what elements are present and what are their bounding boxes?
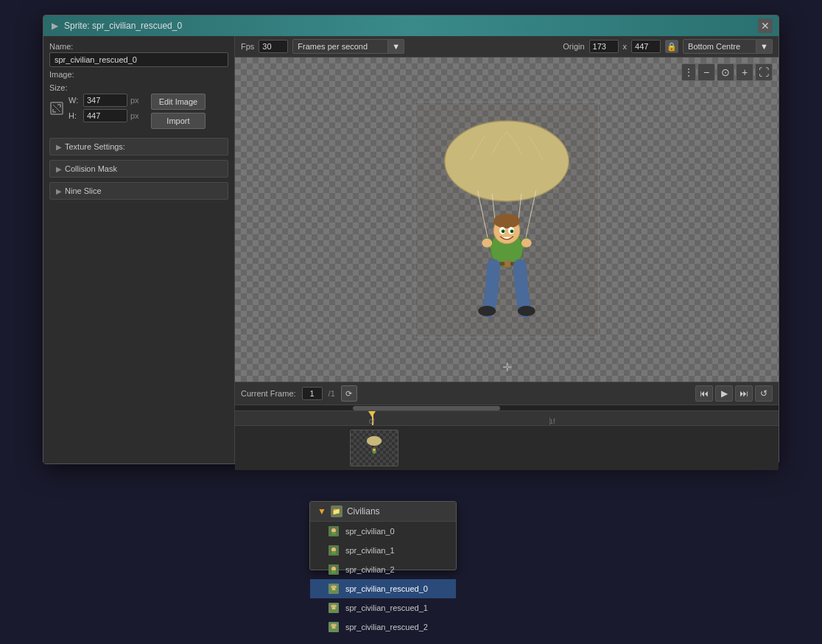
- width-label: W:: [68, 96, 80, 105]
- svg-point-2: [445, 121, 569, 201]
- item-1-label: spr_civilian_1: [345, 546, 395, 555]
- canvas-area: ✛ ⋮ − ⊙ + ⛶: [235, 57, 779, 382]
- dropdown-item-2[interactable]: spr_civilian_2: [310, 560, 456, 579]
- close-button[interactable]: ✕: [758, 18, 773, 33]
- fps-input[interactable]: [259, 40, 288, 53]
- dropdown-item-0[interactable]: spr_civilian_0: [310, 522, 456, 541]
- item-3-label: spr_civilian_rescued_0: [345, 584, 428, 593]
- origin-x-input[interactable]: [589, 40, 619, 53]
- dropdown-item-3[interactable]: spr_civilian_rescued_0: [310, 579, 456, 598]
- fps-dropdown-btn[interactable]: ▼: [388, 39, 404, 54]
- main-content: Name: Image: Size:: [43, 36, 779, 463]
- folder-arrow[interactable]: ▼: [317, 506, 326, 517]
- fps-group: Fps Frames per second ▼: [241, 39, 404, 54]
- title-bar-icon: ▶: [49, 21, 60, 31]
- svg-rect-33: [331, 570, 336, 573]
- sprite-svg: [415, 102, 598, 337]
- fullscreen-btn[interactable]: ⛶: [755, 63, 773, 81]
- svg-point-14: [502, 231, 504, 233]
- svg-rect-36: [332, 590, 336, 592]
- width-row: W: px: [68, 94, 139, 107]
- keyframe-sprite: [363, 432, 385, 464]
- play-btn[interactable]: ▶: [715, 385, 733, 402]
- first-frame-btn[interactable]: ⏮: [695, 385, 713, 402]
- import-button[interactable]: Import: [151, 113, 206, 129]
- height-label: H:: [68, 111, 80, 120]
- nine-slice-label: Nine Slice: [65, 186, 102, 195]
- collision-arrow: ▶: [56, 165, 62, 173]
- svg-point-9: [493, 214, 520, 228]
- image-label: Image:: [49, 70, 228, 79]
- nine-slice-row[interactable]: ▶ Nine Slice: [49, 182, 228, 200]
- svg-rect-29: [331, 532, 336, 535]
- edit-image-button[interactable]: Edit Image: [151, 94, 206, 110]
- image-buttons: Edit Image Import: [151, 94, 206, 129]
- sprite-icon-5: [328, 621, 340, 633]
- fps-label: Fps: [241, 42, 254, 51]
- texture-arrow: ▶: [56, 143, 62, 151]
- dropdown-item-1[interactable]: spr_civilian_1: [310, 541, 456, 560]
- sprite-icon-2: [328, 564, 340, 575]
- zoom-in-btn[interactable]: +: [736, 63, 754, 81]
- timeline-scrollbar[interactable]: [235, 405, 779, 411]
- texture-label: Texture Settings:: [65, 142, 125, 151]
- origin-dropdown-btn[interactable]: ▼: [756, 39, 773, 54]
- playback-controls: ⏮ ▶ ⏭ ↺: [695, 385, 773, 402]
- origin-preset-wrap: Bottom Centre ▼: [683, 39, 773, 54]
- item-2-label: spr_civilian_2: [345, 565, 395, 574]
- svg-point-21: [518, 306, 535, 316]
- sprite-icon-4: [328, 602, 340, 614]
- nine-slice-arrow: ▶: [56, 187, 62, 195]
- timeline-area: 0f 1f: [235, 405, 779, 463]
- origin-y-input[interactable]: [631, 40, 661, 53]
- height-input[interactable]: [83, 109, 127, 122]
- playhead-diamond: [368, 411, 376, 417]
- window-title: Sprite: spr_civilian_rescued_0: [64, 21, 182, 31]
- svg-point-22: [367, 436, 382, 446]
- svg-point-27: [373, 447, 376, 449]
- timeline-keyframe[interactable]: [350, 430, 398, 466]
- title-bar-left: ▶ Sprite: spr_civilian_rescued_0: [49, 21, 182, 31]
- width-input[interactable]: [83, 94, 127, 107]
- loop-icon-btn[interactable]: ⟳: [341, 385, 357, 402]
- item-4-label: spr_civilian_rescued_1: [345, 603, 428, 612]
- sprite-frame: [415, 102, 599, 337]
- collision-mask-row[interactable]: ▶ Collision Mask: [49, 160, 228, 178]
- lock-icon[interactable]: 🔒: [665, 40, 678, 53]
- origin-preset-select[interactable]: Bottom Centre: [683, 39, 756, 54]
- zoom-out-btn[interactable]: −: [698, 63, 715, 81]
- fps-select[interactable]: Frames per second: [292, 39, 388, 54]
- timeline-track: [235, 426, 779, 470]
- item-0-label: spr_civilian_0: [345, 527, 395, 536]
- 1f-line: [549, 417, 550, 425]
- sprite-container: [415, 102, 599, 337]
- height-unit: px: [130, 111, 139, 120]
- item-5-label: spr_civilian_rescued_2: [345, 623, 428, 631]
- last-frame-btn[interactable]: ⏭: [735, 385, 753, 402]
- origin-label: Origin: [563, 42, 584, 51]
- canvas-menu-btn[interactable]: ⋮: [681, 63, 696, 81]
- dropdown-header-label: Civilians: [347, 506, 380, 517]
- sprite-icon-0: [328, 525, 340, 537]
- loop-toggle-btn[interactable]: ↺: [755, 385, 773, 402]
- texture-settings-row[interactable]: ▶ Texture Settings:: [49, 138, 228, 155]
- left-panel: Name: Image: Size:: [43, 36, 235, 463]
- dropdown-item-5[interactable]: spr_civilian_rescued_2: [310, 617, 456, 637]
- sprite-icon-1: [328, 545, 340, 556]
- name-input[interactable]: [49, 52, 228, 67]
- timeline-ruler: 0f 1f: [235, 411, 779, 426]
- folder-icon: 📁: [331, 505, 342, 517]
- zoom-reset-btn[interactable]: ⊙: [717, 63, 734, 81]
- svg-line-1: [53, 105, 60, 112]
- collision-label: Collision Mask: [65, 164, 117, 173]
- dropdown-item-4[interactable]: spr_civilian_rescued_1: [310, 598, 456, 617]
- title-bar: ▶ Sprite: spr_civilian_rescued_0 ✕: [43, 15, 779, 36]
- mark-0f: 0f: [369, 418, 375, 425]
- image-field-row: Image:: [49, 70, 228, 79]
- crosshair: ✛: [502, 360, 512, 374]
- current-frame-input[interactable]: [302, 387, 323, 400]
- canvas-controls: ⋮ − ⊙ + ⛶: [681, 63, 773, 81]
- svg-point-17: [521, 239, 532, 248]
- name-field-row: Name:: [49, 42, 228, 67]
- svg-point-20: [478, 306, 496, 316]
